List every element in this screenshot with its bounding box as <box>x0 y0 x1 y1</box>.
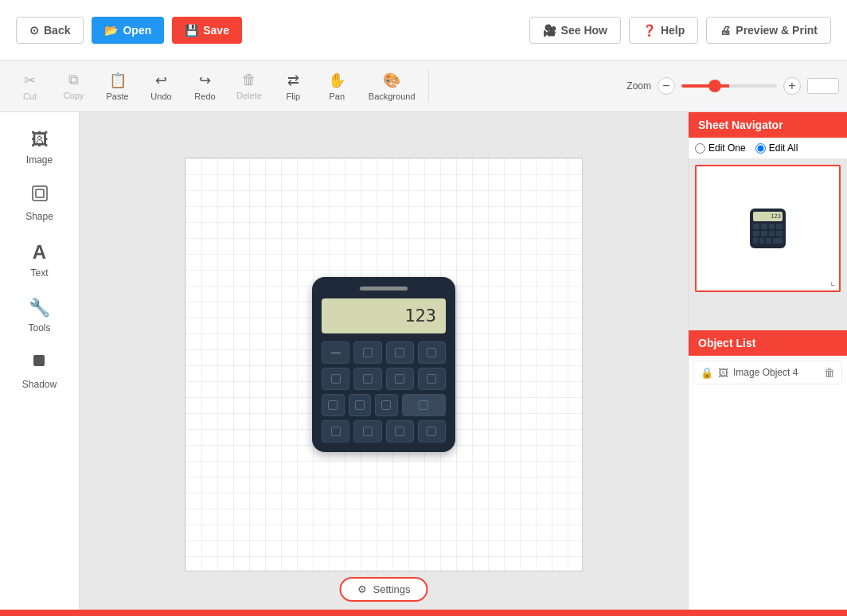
toolbar-divider <box>428 70 429 102</box>
see-how-button[interactable]: 🎥 See How <box>529 17 621 44</box>
edit-options: Edit One Edit All <box>689 138 847 158</box>
edit-one-radio[interactable] <box>695 143 705 154</box>
save-icon: 💾 <box>185 24 198 37</box>
background-tool[interactable]: 🎨 Background <box>359 67 425 106</box>
back-label: Back <box>44 24 70 37</box>
calc-row-2 <box>322 368 446 390</box>
save-button[interactable]: 💾 Save <box>172 17 242 44</box>
copy-icon: ⧉ <box>68 72 79 88</box>
bottom-bar <box>0 610 847 616</box>
preview-print-button[interactable]: 🖨 Preview & Print <box>706 17 831 44</box>
redo-icon: ↪ <box>199 72 211 89</box>
calc-btn-r1-3 <box>386 341 414 364</box>
object-list: Object List 🔒 🖼 Image Object 4 🗑 <box>689 330 847 616</box>
edit-all-option[interactable]: Edit All <box>755 142 798 154</box>
calc-btn-r2-3 <box>386 368 414 390</box>
object-list-content: 🔒 🖼 Image Object 4 🗑 <box>689 356 847 389</box>
calculator-object[interactable]: 123 — <box>312 277 455 452</box>
flip-tool[interactable]: ⇄ Flip <box>271 67 315 106</box>
calc-row-3 <box>322 394 446 416</box>
calc-btn-r3-1 <box>322 394 345 416</box>
cut-icon: ✂ <box>24 72 36 89</box>
paste-tool[interactable]: 📋 Paste <box>96 67 139 106</box>
main-area: 🖼 Image Shape A Text 🔧 Tools <box>0 112 847 616</box>
edit-one-option[interactable]: Edit One <box>695 142 746 154</box>
calc-row-4 <box>322 420 446 443</box>
calc-btn-minus: — <box>322 341 349 364</box>
back-icon: ⊙ <box>29 24 39 37</box>
edit-one-label: Edit One <box>708 142 746 154</box>
zoom-input[interactable]: 33 <box>807 78 839 94</box>
calc-btn-r1-2 <box>353 341 381 364</box>
calc-display: 123 <box>404 306 436 326</box>
zoom-section: Zoom − + 33 <box>626 77 839 95</box>
tools-icon: 🔧 <box>29 298 50 318</box>
sheet-extra <box>689 298 847 330</box>
sidebar-item-text[interactable]: A Text <box>0 232 79 288</box>
cut-tool: ✂ Cut <box>8 67 52 106</box>
sidebar-item-tools[interactable]: 🔧 Tools <box>0 288 79 343</box>
svg-rect-2 <box>33 355 45 366</box>
lock-icon[interactable]: 🔒 <box>701 367 713 379</box>
open-label: Open <box>123 24 151 37</box>
calc-btn-r3-2 <box>349 394 372 416</box>
calc-row-1: — <box>322 341 446 364</box>
flip-icon: ⇄ <box>287 72 299 89</box>
settings-gear-icon: ⚙ <box>357 583 367 595</box>
canvas-sheet: 123 — <box>185 158 583 571</box>
text-icon: A <box>33 241 46 263</box>
delete-icon: 🗑 <box>242 72 256 88</box>
preview-print-label: Preview & Print <box>736 24 818 37</box>
object-item-label: Image Object 4 <box>733 367 798 378</box>
video-icon: 🎥 <box>543 24 556 37</box>
print-icon: 🖨 <box>720 24 731 37</box>
undo-tool[interactable]: ↩ Undo <box>139 67 183 106</box>
pan-icon: ✋ <box>328 72 345 89</box>
edit-all-label: Edit All <box>769 142 798 154</box>
sheet-navigator-header: Sheet Navigator <box>689 112 847 138</box>
zoom-in-button[interactable]: + <box>783 77 801 95</box>
mini-calculator: 123 <box>750 209 786 248</box>
redo-tool[interactable]: ↪ Redo <box>183 67 227 106</box>
calculator: 123 — <box>312 277 455 452</box>
delete-object-icon[interactable]: 🗑 <box>824 366 835 379</box>
calc-btn-r2-2 <box>353 368 381 390</box>
shadow-icon <box>31 353 49 375</box>
undo-label: Undo <box>150 92 171 101</box>
object-item-left: 🔒 🖼 Image Object 4 <box>701 367 798 379</box>
nav-right: 🎥 See How ❓ Help 🖨 Preview & Print <box>529 17 831 44</box>
see-how-label: See How <box>561 24 607 37</box>
sheet-thumb-wrapper: 123 ⌞ <box>689 158 847 298</box>
zoom-out-button[interactable]: − <box>658 77 675 95</box>
sheet-thumb: 123 ⌞ <box>695 165 841 292</box>
background-label: Background <box>369 92 416 101</box>
help-label: Help <box>661 24 685 37</box>
edit-all-radio[interactable] <box>755 143 766 154</box>
calc-btn-r1-4 <box>418 341 446 364</box>
open-button[interactable]: 📂 Open <box>92 17 164 44</box>
object-list-label: Object List <box>698 337 755 349</box>
mini-calc-screen: 123 <box>753 212 783 221</box>
redo-label: Redo <box>194 92 215 101</box>
canvas-area[interactable]: 123 — <box>80 112 688 616</box>
sidebar-item-image[interactable]: 🖼 Image <box>0 120 79 175</box>
calc-btn-r4-4 <box>418 420 446 443</box>
object-item[interactable]: 🔒 🖼 Image Object 4 🗑 <box>693 361 842 384</box>
settings-bar[interactable]: ⚙ Settings <box>340 577 428 602</box>
copy-tool: ⧉ Copy <box>52 67 96 105</box>
pan-tool[interactable]: ✋ Pan <box>315 67 359 106</box>
sidebar-item-shadow[interactable]: Shadow <box>0 343 79 400</box>
back-button[interactable]: ⊙ Back <box>16 17 84 44</box>
calc-btn-r3-wide <box>402 394 446 416</box>
calc-btn-r3-3 <box>375 394 398 416</box>
nav-left: ⊙ Back 📂 Open 💾 Save <box>16 17 242 44</box>
sheet-thumb-corner: ⌞ <box>830 275 836 287</box>
toolbar: ✂ Cut ⧉ Copy 📋 Paste ↩ Undo ↪ Redo 🗑 Del… <box>0 60 847 112</box>
sidebar-item-tools-label: Tools <box>28 322 50 333</box>
right-panel: Sheet Navigator Edit One Edit All 123 <box>688 112 847 616</box>
zoom-slider[interactable] <box>681 84 777 88</box>
sidebar-item-shape[interactable]: Shape <box>0 175 79 232</box>
help-button[interactable]: ❓ Help <box>629 17 698 44</box>
object-list-header: Object List <box>689 330 847 356</box>
svg-rect-0 <box>33 186 47 201</box>
